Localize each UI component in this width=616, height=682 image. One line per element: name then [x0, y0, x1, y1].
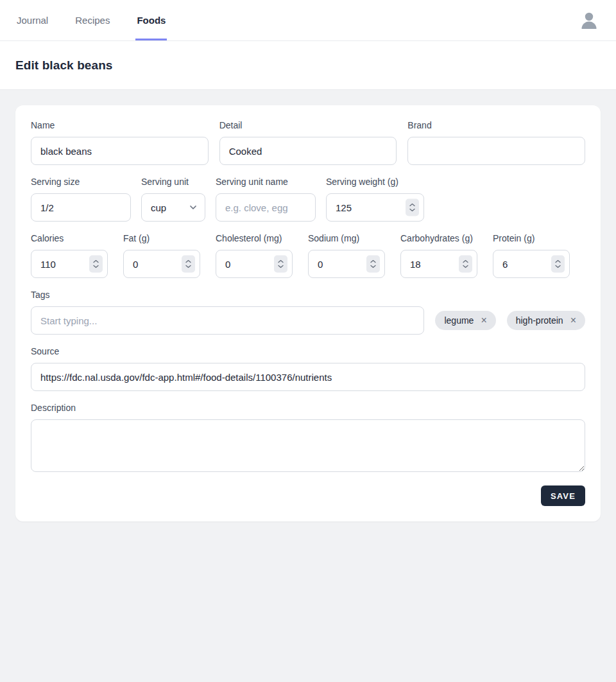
- name-input[interactable]: [31, 137, 209, 165]
- serving-weight-label: Serving weight (g): [326, 177, 424, 186]
- title-bar: Edit black beans: [0, 41, 616, 90]
- number-stepper[interactable]: [89, 256, 103, 273]
- stepper-up-icon: [370, 260, 376, 263]
- source-field-group: Source: [31, 347, 585, 391]
- protein-field-group: Protein (g): [493, 234, 570, 278]
- remove-tag-icon[interactable]: ×: [481, 315, 486, 326]
- name-field-group: Name: [31, 121, 209, 165]
- stepper-up-icon: [185, 260, 191, 263]
- brand-input[interactable]: [407, 137, 585, 165]
- tag-pill: legume ×: [435, 311, 495, 330]
- source-label: Source: [31, 347, 585, 356]
- top-nav: Journal Recipes Foods: [0, 0, 616, 41]
- stepper-up-icon: [93, 260, 99, 263]
- number-stepper[interactable]: [406, 199, 419, 216]
- description-label: Description: [31, 403, 585, 412]
- tab-recipes[interactable]: Recipes: [74, 0, 111, 40]
- tags-label: Tags: [31, 290, 585, 299]
- source-input[interactable]: [31, 363, 585, 391]
- stepper-down-icon: [93, 265, 99, 268]
- stepper-up-icon: [463, 260, 468, 263]
- carbohydrates-label: Carbohydrates (g): [400, 234, 477, 243]
- serving-unit-name-input[interactable]: [216, 193, 316, 222]
- calories-label: Calories: [31, 234, 108, 243]
- stepper-up-icon: [278, 260, 284, 263]
- stepper-down-icon: [370, 265, 376, 268]
- save-button[interactable]: SAVE: [541, 485, 585, 506]
- name-label: Name: [31, 121, 209, 130]
- number-stepper[interactable]: [274, 256, 287, 273]
- stepper-down-icon: [278, 265, 284, 268]
- tags-input[interactable]: [31, 306, 424, 335]
- main-content: Name Detail Brand Serving size Serving u…: [0, 90, 616, 537]
- edit-food-card: Name Detail Brand Serving size Serving u…: [15, 105, 601, 521]
- tag-label: high-protein: [516, 315, 563, 326]
- stepper-up-icon: [409, 204, 415, 207]
- brand-label: Brand: [407, 121, 585, 130]
- serving-size-input[interactable]: [31, 193, 131, 222]
- tag-pill: high-protein ×: [507, 311, 585, 330]
- tag-label: legume: [444, 315, 474, 326]
- serving-unit-field-group: Serving unit cup: [141, 177, 205, 222]
- sodium-label: Sodium (mg): [308, 234, 385, 243]
- description-textarea[interactable]: [31, 419, 585, 472]
- nav-tabs: Journal Recipes Foods: [15, 0, 167, 40]
- stepper-up-icon: [555, 260, 561, 263]
- stepper-down-icon: [409, 209, 415, 212]
- cholesterol-field-group: Cholesterol (mg): [216, 234, 293, 278]
- serving-unit-value: cup: [151, 202, 166, 213]
- calories-field-group: Calories: [31, 234, 108, 278]
- stepper-down-icon: [185, 265, 191, 268]
- page-title: Edit black beans: [15, 58, 113, 73]
- cholesterol-label: Cholesterol (mg): [216, 234, 293, 243]
- detail-label: Detail: [219, 121, 397, 130]
- tags-field-group: Tags legume × high-protein ×: [31, 290, 585, 335]
- protein-label: Protein (g): [493, 234, 570, 243]
- stepper-down-icon: [555, 265, 561, 268]
- detail-input[interactable]: [219, 137, 397, 165]
- detail-field-group: Detail: [219, 121, 397, 165]
- number-stepper[interactable]: [459, 256, 472, 273]
- serving-weight-field-group: Serving weight (g): [326, 177, 424, 222]
- number-stepper[interactable]: [182, 256, 195, 273]
- tab-foods[interactable]: Foods: [135, 0, 167, 40]
- serving-unit-label: Serving unit: [141, 177, 205, 186]
- serving-size-field-group: Serving size: [31, 177, 131, 222]
- brand-field-group: Brand: [407, 121, 585, 165]
- number-stepper[interactable]: [551, 256, 565, 273]
- fat-label: Fat (g): [123, 234, 200, 243]
- remove-tag-icon[interactable]: ×: [570, 315, 576, 326]
- tab-journal[interactable]: Journal: [15, 0, 49, 40]
- serving-unit-select[interactable]: cup: [141, 193, 205, 222]
- carbohydrates-field-group: Carbohydrates (g): [400, 234, 477, 278]
- serving-unit-name-field-group: Serving unit name: [216, 177, 316, 222]
- stepper-down-icon: [463, 265, 468, 268]
- avatar[interactable]: [578, 9, 601, 32]
- sodium-field-group: Sodium (mg): [308, 234, 385, 278]
- number-stepper[interactable]: [366, 256, 380, 273]
- person-icon: [578, 10, 600, 31]
- chevron-down-icon: [189, 203, 198, 212]
- description-field-group: Description: [31, 403, 585, 475]
- serving-size-label: Serving size: [31, 177, 131, 186]
- serving-unit-name-label: Serving unit name: [216, 177, 316, 186]
- fat-field-group: Fat (g): [123, 234, 200, 278]
